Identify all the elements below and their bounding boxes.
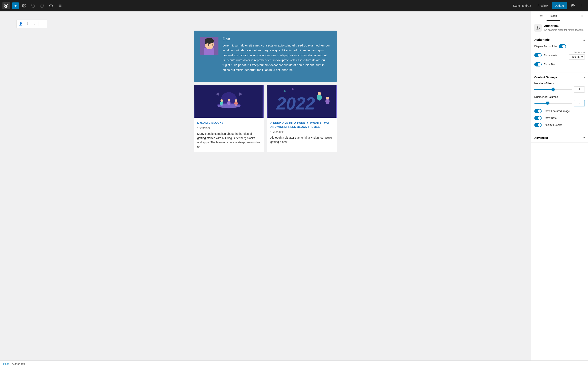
show-bio-row: Show Bio (534, 62, 585, 67)
avatar-size-group: Avatar size 96 x 96 (569, 51, 585, 59)
number-of-columns-slider[interactable] (534, 103, 572, 104)
number-of-columns-row: Number of Columns (534, 95, 585, 106)
author-info-section: Author Info ▴ Display Author Info Show a… (531, 35, 588, 73)
drag-handle[interactable]: ⠿ (24, 21, 31, 27)
block-description: An example block for Kinsta readers (544, 28, 584, 32)
show-avatar-toggle[interactable] (534, 53, 542, 57)
author-bio: Lorem ipsum dolor sit amet, consectetur … (223, 43, 331, 72)
slider-thumb[interactable] (546, 102, 549, 105)
post-featured-image: ◀ ▶ (194, 85, 264, 118)
slider-fill (534, 89, 553, 90)
more-options-button[interactable] (578, 2, 586, 9)
author-info-content: Display Author Info Show avatar Avatar s… (531, 44, 588, 73)
edit-icon (22, 4, 26, 8)
svg-point-26 (235, 99, 237, 102)
main-toolbar: + Switch to draft Preview Update (0, 0, 588, 11)
svg-text:▶: ▶ (239, 91, 242, 96)
more-block-options[interactable]: ⋯ (40, 21, 46, 27)
content-settings-title: Content Settings (534, 76, 557, 79)
breadcrumb-post[interactable]: Post (3, 362, 9, 365)
list-view-button[interactable] (56, 2, 64, 9)
content-settings-content: Number of items Number of Columns (531, 82, 588, 133)
wp-logo-icon (4, 4, 8, 8)
post-excerpt: Although a bit later than originally pla… (270, 136, 334, 144)
advanced-header[interactable]: Advanced ▾ (531, 133, 588, 142)
block-title: Author box (544, 24, 584, 27)
tab-block[interactable]: Block (546, 11, 560, 21)
show-bio-label: Show Bio (544, 63, 555, 66)
settings-button[interactable] (569, 2, 577, 9)
svg-point-6 (572, 5, 573, 6)
undo-button[interactable] (29, 2, 37, 9)
svg-point-35 (326, 97, 329, 100)
post-excerpt: Many people complain about the hurdles o… (197, 132, 260, 149)
show-avatar-row: Show avatar Avatar size 96 x 96 (534, 51, 585, 59)
show-date-toggle[interactable] (534, 116, 542, 120)
content-settings-collapse-icon: ▴ (584, 76, 585, 79)
update-button[interactable]: Update (552, 2, 567, 9)
info-button[interactable] (47, 2, 55, 9)
svg-point-8 (582, 6, 582, 6)
display-author-info-toggle[interactable] (559, 44, 566, 48)
post-image-graphic: ◀ ▶ (195, 85, 263, 118)
content-settings-header[interactable]: Content Settings ▴ (531, 73, 588, 82)
svg-rect-14 (205, 40, 207, 44)
number-of-items-input[interactable] (574, 86, 585, 92)
tab-post[interactable]: Post (534, 11, 546, 21)
number-of-items-control (534, 86, 585, 92)
avatar-size-select[interactable]: 96 x 96 (569, 54, 585, 59)
svg-point-7 (582, 4, 582, 5)
svg-point-36 (284, 90, 286, 92)
breadcrumb-separator: › (10, 362, 11, 365)
edit-button[interactable] (20, 2, 28, 9)
breadcrumb: Post › Author box (0, 360, 588, 367)
number-of-columns-label: Number of Columns (534, 95, 585, 99)
number-of-items-slider[interactable] (534, 89, 572, 90)
slider-thumb[interactable] (552, 88, 555, 91)
move-button[interactable]: ⇅ (31, 21, 38, 27)
post-content: DYNAMIC BLOCKS 18/03/2022 Many people co… (194, 118, 264, 152)
display-excerpt-label: Display Excerpt (544, 123, 562, 126)
display-author-info-label: Display Author Info (534, 45, 557, 48)
show-bio-toggle[interactable] (534, 62, 542, 67)
undo-icon (31, 4, 35, 8)
switch-to-draft-button[interactable]: Switch to draft (510, 3, 534, 8)
number-of-columns-control (534, 100, 585, 106)
post-title[interactable]: DYNAMIC BLOCKS (197, 121, 260, 125)
number-of-columns-input[interactable] (574, 100, 585, 106)
number-of-items-row: Number of items (534, 82, 585, 92)
advanced-section: Advanced ▾ (531, 133, 588, 142)
show-date-label: Show Date (544, 117, 557, 119)
show-date-row: Show Date (534, 116, 585, 120)
author-header: Dan Lorem ipsum dolor sit amet, consecte… (200, 37, 331, 72)
avatar-image (200, 37, 218, 55)
display-excerpt-toggle[interactable] (534, 123, 542, 127)
author-info-collapse-icon: ▴ (584, 38, 585, 41)
add-block-button[interactable]: + (12, 2, 19, 9)
block-info-text: Author box An example block for Kinsta r… (544, 24, 584, 32)
svg-point-33 (318, 92, 321, 95)
advanced-expand-icon: ▾ (584, 136, 585, 139)
block-icon (534, 24, 542, 32)
show-avatar-label: Show avatar (544, 54, 558, 57)
info-icon (49, 4, 53, 8)
redo-button[interactable] (38, 2, 46, 9)
block-type-button[interactable]: 👤 (17, 21, 24, 27)
svg-point-9 (582, 7, 582, 7)
editor-area: 👤 ⠿ ⇅ ⋯ (0, 11, 531, 360)
author-avatar (200, 37, 218, 55)
close-panel-button[interactable]: ✕ (578, 13, 585, 19)
svg-point-37 (292, 88, 294, 90)
author-info-title: Author Info (534, 38, 550, 42)
content-settings-section: Content Settings ▴ Number of items (531, 73, 588, 133)
avatar-size-label: Avatar size (574, 51, 585, 54)
svg-point-38 (537, 26, 538, 28)
list-view-icon (58, 4, 62, 8)
author-name: Dan (223, 37, 331, 42)
svg-point-22 (221, 99, 223, 102)
svg-text:2022: 2022 (276, 94, 315, 113)
preview-button[interactable]: Preview (535, 3, 550, 8)
post-title[interactable]: A DEEP DIVE INTO TWENTY TWENTY-TWO AND W… (270, 121, 334, 129)
show-featured-image-toggle[interactable] (534, 109, 542, 113)
author-info-header[interactable]: Author Info ▴ (531, 35, 588, 44)
